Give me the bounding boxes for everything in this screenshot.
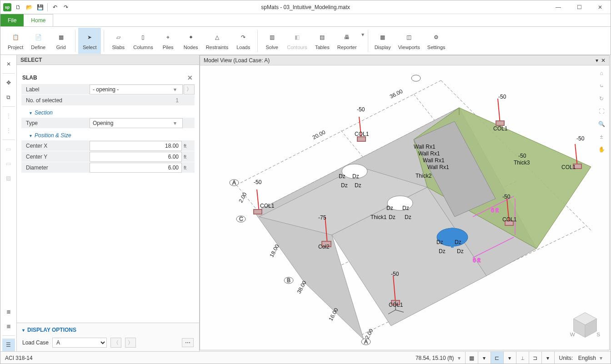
- minimize-button[interactable]: —: [548, 0, 569, 14]
- view-close-icon[interactable]: ✕: [601, 57, 606, 64]
- units-dropdown-icon[interactable]: ▾: [600, 355, 602, 361]
- coords-dropdown-icon[interactable]: ▾: [458, 355, 461, 361]
- ribbon-display[interactable]: ▦Display: [371, 28, 395, 54]
- ribbon-piles[interactable]: ⌖Piles: [157, 28, 180, 54]
- zoom-fit-icon[interactable]: ⛶: [596, 105, 607, 117]
- type-label: Type: [21, 120, 90, 126]
- orbit-icon[interactable]: ⤿: [596, 80, 607, 92]
- prop-diameter-row: Diameter 6.00 ft: [21, 162, 195, 173]
- close-slab-section-icon[interactable]: ✕: [185, 74, 195, 81]
- zoom-window-icon[interactable]: 🔍: [596, 118, 607, 130]
- loadcase-settings-icon[interactable]: ⋯: [182, 338, 194, 347]
- tool-disabled-1: ⋮: [2, 110, 15, 122]
- ribbon-slabs[interactable]: ▱Slabs: [107, 28, 130, 54]
- reporter-icon: 🖶: [341, 32, 352, 43]
- viewport-tools: ⌂ ⤿ ↻ ⛶ 🔍 ± ✋: [596, 67, 608, 155]
- new-file-icon[interactable]: 🗋: [13, 2, 23, 12]
- status-snap-dropdown-icon[interactable]: ▾: [503, 352, 516, 364]
- tab-file[interactable]: File: [0, 14, 24, 26]
- ribbon-viewports[interactable]: ◫Viewports: [395, 28, 424, 54]
- grid-icon: ▦: [55, 32, 66, 43]
- svg-text:6 ft: 6 ft: [473, 257, 481, 264]
- loadcase-prev-button[interactable]: 〈: [110, 338, 121, 348]
- svg-text:38.00: 38.00: [295, 279, 308, 294]
- status-snap2-dropdown-icon[interactable]: ▾: [541, 352, 554, 364]
- load-icon: ↷: [238, 32, 249, 43]
- svg-text:-50: -50: [391, 271, 399, 277]
- svg-text:Wall Rx1: Wall Rx1: [418, 150, 440, 157]
- rotate-icon[interactable]: ↻: [596, 93, 607, 105]
- home-view-icon[interactable]: ⌂: [596, 67, 607, 79]
- tab-strip: File Home: [0, 14, 611, 27]
- prop-centery-row: Center Y 6.00 ft: [21, 151, 195, 162]
- display-icon: ▦: [377, 32, 388, 43]
- display-options-header[interactable]: DISPLAY OPTIONS: [22, 327, 194, 333]
- label-next-button[interactable]: 〉: [184, 85, 195, 95]
- view-cube[interactable]: W S: [567, 308, 603, 344]
- ribbon-grid[interactable]: ▦Grid: [50, 28, 72, 54]
- ribbon-project[interactable]: 📋Project: [4, 28, 27, 54]
- ribbon-define[interactable]: 📄Define: [27, 28, 50, 54]
- status-snap-icon[interactable]: ⊏: [491, 352, 503, 364]
- svg-text:Wall Rx1: Wall Rx1: [423, 157, 445, 164]
- app-logo-icon: sp: [3, 3, 11, 11]
- open-file-icon[interactable]: 📂: [24, 2, 34, 12]
- redo-icon[interactable]: ↷: [61, 2, 71, 12]
- diameter-unit: ft: [182, 165, 195, 170]
- centerx-label: Center X: [21, 143, 90, 149]
- type-dropdown[interactable]: Opening▾: [90, 118, 183, 128]
- status-grid-dropdown-icon[interactable]: ▾: [478, 352, 491, 364]
- status-grid-icon[interactable]: ▦: [465, 352, 478, 364]
- close-button[interactable]: ✕: [590, 0, 611, 14]
- view-menu-dropdown-icon[interactable]: ▾: [596, 57, 598, 64]
- loadcase-next-button[interactable]: 〉: [125, 338, 136, 348]
- label-dropdown[interactable]: - opening -▾: [90, 85, 183, 95]
- svg-text:-50: -50: [254, 179, 262, 185]
- display-options: DISPLAY OPTIONS Load Case A 〈 〉 ⋯: [17, 323, 199, 351]
- ribbon-settings[interactable]: ⚙Settings: [424, 28, 449, 54]
- svg-text:COL1: COL1: [355, 131, 369, 137]
- align-left-icon[interactable]: ≣: [2, 305, 15, 318]
- loadcase-select[interactable]: A: [52, 338, 107, 348]
- move-icon[interactable]: ✥: [2, 76, 15, 89]
- pan-icon[interactable]: ✋: [596, 144, 607, 155]
- label-label: Label: [21, 86, 90, 93]
- ribbon-loads[interactable]: ↷Loads: [232, 28, 255, 54]
- centery-input[interactable]: 6.00: [90, 152, 182, 162]
- svg-text:-50: -50: [498, 94, 506, 100]
- zoom-icon[interactable]: ±: [596, 131, 607, 143]
- ribbon-columns[interactable]: ▯Columns: [130, 28, 156, 54]
- slab-section-header: SLAB ✕: [22, 74, 195, 81]
- ribbon-contours[interactable]: ◧Contours: [283, 28, 311, 54]
- maximize-button[interactable]: ☐: [569, 0, 590, 14]
- model-viewport[interactable]: 6 ft 6 ft COL1 COL1 COL1: [200, 65, 609, 350]
- status-snap2-icon[interactable]: ⊐: [529, 352, 541, 364]
- prop-selected-row: No. of selected 1: [21, 95, 195, 106]
- node-icon: ✦: [185, 32, 196, 43]
- centerx-input[interactable]: 18.00: [90, 141, 182, 151]
- svg-text:Col2: Col2: [318, 244, 330, 250]
- ribbon-reporter[interactable]: 🖶Reporter: [334, 28, 361, 54]
- save-file-icon[interactable]: 💾: [35, 2, 45, 12]
- svg-text:Dz: Dz: [352, 173, 359, 180]
- menu-icon[interactable]: ☰: [2, 339, 15, 351]
- svg-rect-19: [451, 228, 454, 230]
- reporter-dropdown-icon[interactable]: ▾: [361, 31, 365, 38]
- ribbon-select[interactable]: ➤Select: [78, 28, 101, 54]
- align-right-icon[interactable]: ≣: [2, 320, 15, 333]
- copy-icon[interactable]: ⧉: [2, 91, 15, 104]
- ribbon-tables[interactable]: ▤Tables: [311, 28, 334, 54]
- section-header[interactable]: Section: [30, 110, 195, 116]
- centery-unit: ft: [182, 154, 195, 160]
- ribbon-restraints[interactable]: △Restraints: [202, 28, 232, 54]
- undo-icon[interactable]: ↶: [50, 2, 60, 12]
- ribbon-solve[interactable]: ▥Solve: [260, 28, 283, 54]
- tab-home[interactable]: Home: [24, 14, 53, 26]
- ribbon-nodes[interactable]: ✦Nodes: [180, 28, 202, 54]
- close-panel-icon[interactable]: ✕: [2, 58, 15, 70]
- diameter-input[interactable]: 6.00: [90, 163, 182, 173]
- cursor-icon: ➤: [84, 32, 95, 43]
- status-perp-icon[interactable]: ⟂: [516, 352, 529, 364]
- svg-text:-50: -50: [357, 106, 365, 113]
- position-size-header[interactable]: Position & Size: [30, 132, 195, 139]
